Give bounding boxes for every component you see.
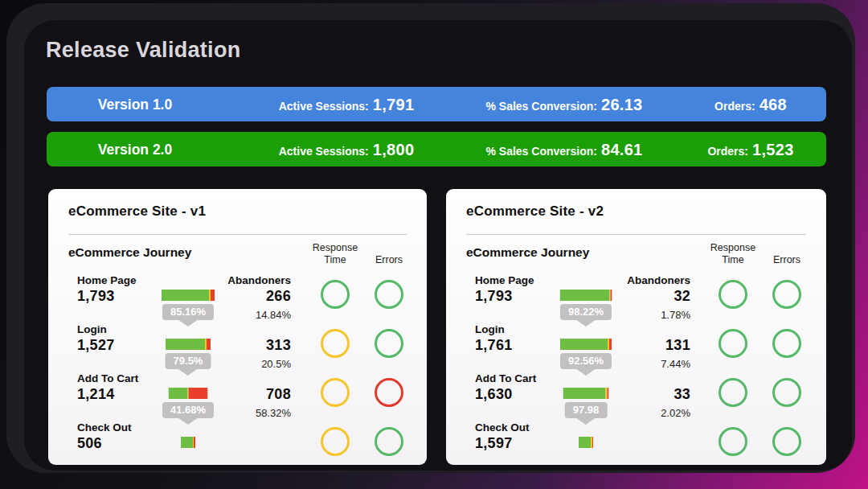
funnel-bar <box>563 388 609 399</box>
version-1-label: Version 1.0 <box>98 96 172 113</box>
abandoners-percent: 1.78% <box>661 309 690 321</box>
errors-indicator <box>772 280 801 309</box>
metric-label: % Sales Conversion: <box>485 99 597 112</box>
funnel-bar <box>560 339 612 350</box>
conversion-rate-badge: 97.98 <box>565 402 608 418</box>
funnel-step-label: Login <box>475 323 505 335</box>
dashboard-card: Release Validation Version 1.0 Active Se… <box>24 20 852 471</box>
abandoners-percent: 20.5% <box>261 358 291 370</box>
errors-indicator <box>772 427 801 456</box>
conversion-rate-badge: 98.22% <box>560 304 612 320</box>
funnel-step-count: 1,597 <box>475 435 513 452</box>
response-time-indicator <box>719 329 747 358</box>
version-1-banner: Version 1.0 Active Sessions: 1,791 % Sal… <box>47 87 826 121</box>
panel-title-v2: eCommerce Site - v2 <box>466 203 604 220</box>
abandoners-count: 131 <box>665 337 690 354</box>
bar-segment-green <box>560 290 610 301</box>
funnel-step-label: Add To Cart <box>475 372 536 384</box>
abandoners-count: 313 <box>266 337 291 354</box>
funnel-bar <box>166 339 211 350</box>
abandoners-percent: 7.44% <box>661 358 690 370</box>
bar-segment-red <box>194 437 195 448</box>
funnel-bar <box>169 388 208 399</box>
response-time-indicator <box>321 378 350 407</box>
bar-segment-red <box>211 290 215 301</box>
errors-indicator <box>375 427 403 456</box>
bar-segment-red <box>189 388 208 399</box>
response-time-indicator <box>321 329 350 358</box>
response-time-indicator <box>719 378 747 407</box>
errors-column-header: Errors <box>755 254 819 265</box>
bar-segment-green <box>560 339 608 350</box>
errors-indicator <box>772 378 801 407</box>
bar-segment-green <box>169 388 188 399</box>
abandoners-count: 33 <box>674 386 690 403</box>
panel-ecommerce-v1: eCommerce Site - v1 eCommerce Journey Re… <box>48 189 427 465</box>
v2-orders: Orders: 1,523 <box>707 140 793 158</box>
bar-segment-green <box>579 437 591 448</box>
version-2-banner: Version 2.0 Active Sessions: 1,800 % Sal… <box>47 132 826 166</box>
abandoners-percent: 2.02% <box>661 407 690 419</box>
funnel-step-count: 1,214 <box>77 386 115 403</box>
journey-title: eCommerce Journey <box>466 245 589 260</box>
bar-segment-green <box>162 290 209 301</box>
metric-value: 84.61 <box>601 140 643 158</box>
bar-segment-green <box>563 388 606 399</box>
errors-indicator <box>772 329 801 358</box>
bar-segment-red <box>207 339 211 350</box>
funnel-step-count: 1,793 <box>77 288 115 305</box>
funnel-bar <box>579 437 593 448</box>
divider <box>466 234 806 235</box>
panel-title-v1: eCommerce Site - v1 <box>68 203 206 220</box>
errors-column-header: Errors <box>357 254 421 265</box>
funnel-step-count: 506 <box>77 435 102 452</box>
metric-value: 26.13 <box>601 95 643 113</box>
response-time-indicator <box>719 427 747 456</box>
funnel-step-count: 1,630 <box>475 386 513 403</box>
divider <box>68 234 407 235</box>
metric-label: Active Sessions: <box>279 144 369 157</box>
bar-segment-red <box>607 388 608 399</box>
response-time-indicator <box>719 280 747 309</box>
metric-value: 1,523 <box>752 140 794 158</box>
funnel-step-label: Login <box>77 323 107 335</box>
conversion-rate-badge: 79.5% <box>166 353 211 369</box>
bar-segment-green <box>166 339 205 350</box>
metric-label: Orders: <box>707 144 748 157</box>
funnel-bar <box>181 437 195 448</box>
errors-indicator <box>375 329 403 358</box>
funnel-step-label: Home Page <box>77 274 137 286</box>
v1-active-sessions: Active Sessions: 1,791 <box>279 95 415 113</box>
bar-segment-green <box>181 437 193 448</box>
funnel-row: Home Page1,79385.16%26614.84% <box>48 274 427 323</box>
metric-label: % Sales Conversion: <box>485 144 597 157</box>
funnel-step-label: Check Out <box>77 421 132 434</box>
response-time-indicator <box>321 280 350 309</box>
funnel-rows: Home Page1,79398.22%321.78%Login1,76192.… <box>446 274 826 465</box>
funnel-bar <box>162 290 215 301</box>
v1-sales-conversion: % Sales Conversion: 26.13 <box>485 95 642 113</box>
funnel-rows: Home Page1,79385.16%26614.84%Login1,5277… <box>48 274 427 465</box>
abandoners-percent: 14.84% <box>256 309 291 321</box>
funnel-step-count: 1,793 <box>475 288 513 305</box>
errors-indicator <box>375 378 403 407</box>
journey-title: eCommerce Journey <box>68 245 191 260</box>
bar-segment-red <box>609 339 612 350</box>
conversion-rate-badge: 92.56% <box>560 353 612 369</box>
conversion-rate-badge: 85.16% <box>162 304 214 320</box>
bar-segment-red <box>611 290 612 301</box>
abandoners-count: 708 <box>266 386 291 403</box>
funnel-step-count: 1,761 <box>475 337 513 354</box>
panel-ecommerce-v2: eCommerce Site - v2 eCommerce Journey Re… <box>446 189 826 465</box>
funnel-row: Home Page1,79398.22%321.78% <box>446 274 826 323</box>
abandoners-count: 266 <box>266 288 291 305</box>
metric-value: 1,791 <box>373 95 415 113</box>
funnel-step-count: 1,527 <box>77 337 115 354</box>
abandoners-count: 32 <box>674 288 690 305</box>
funnel-step-label: Add To Cart <box>77 372 138 384</box>
funnel-step-label: Home Page <box>475 274 534 286</box>
dashboard-title: Release Validation <box>46 38 241 63</box>
v1-orders: Orders: 468 <box>714 95 787 113</box>
abandoners-percent: 58.32% <box>256 407 291 419</box>
metric-value: 468 <box>760 95 787 113</box>
